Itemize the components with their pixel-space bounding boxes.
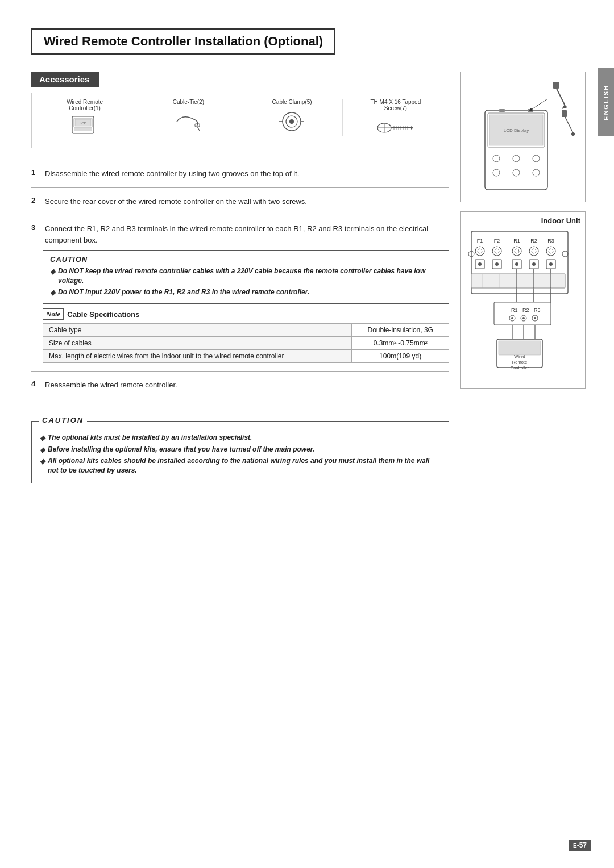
bottom-diamond-2: ◆ [40, 445, 45, 455]
svg-point-69 [549, 262, 553, 266]
step-2-text: Secure the rear cover of the wired remot… [45, 196, 307, 207]
accessory-label-3: Cable Clamp(5) [272, 99, 312, 105]
svg-point-34 [533, 169, 540, 176]
accessories-section: Accessories Wired RemoteController(1) [31, 72, 449, 148]
svg-rect-42 [562, 110, 567, 117]
accessory-label-2: Cable-Tie(2) [173, 99, 204, 105]
bottom-caution-text-3: All optional kits cables should be insta… [48, 456, 441, 475]
svg-text:R3: R3 [547, 238, 554, 244]
step-2-row: 2 Secure the rear cover of the wired rem… [31, 196, 449, 207]
step-1-num: 1 [31, 168, 40, 177]
svg-text:LCD: LCD [80, 122, 87, 125]
cable-maxlen-label: Max. length of electric wires from the i… [43, 350, 352, 363]
diagram-indoor-unit: Indoor Unit F1 F2 R1 R2 R3 [460, 211, 586, 389]
page-number: E-57 [569, 840, 591, 851]
svg-text:R1: R1 [511, 307, 518, 313]
svg-text:F1: F1 [477, 238, 483, 244]
svg-point-90 [534, 317, 536, 319]
note-title-text: Cable Specifications [67, 310, 139, 319]
table-row-2: Size of cables 0.3mm²~0.75mm² [43, 337, 449, 350]
cable-maxlen-value: 100m(109 yd) [352, 350, 449, 363]
cable-table: Cable type Double-insulation, 3G Size of… [43, 323, 449, 363]
svg-point-52 [492, 247, 501, 256]
accessory-remote-controller: Wired RemoteController(1) LCD [35, 99, 135, 142]
bottom-caution-item-1: ◆ The optional kits must be installed by… [40, 433, 441, 443]
svg-point-30 [513, 155, 520, 162]
svg-point-32 [493, 169, 500, 176]
caution-text-1: Do NOT keep the wired remote controller … [58, 266, 442, 286]
accessories-header: Accessories [31, 72, 99, 87]
svg-point-10 [289, 119, 294, 124]
svg-marker-24 [411, 126, 413, 130]
caution-text-2: Do NOT input 220V power to the R1, R2 an… [58, 287, 309, 298]
page-title: Wired Remote Controller Installation (Op… [44, 34, 323, 49]
accessory-icon-2 [171, 107, 205, 136]
accessory-icon-3 [276, 107, 308, 136]
svg-text:Wired: Wired [514, 354, 525, 359]
svg-point-58 [546, 247, 555, 256]
svg-point-65 [515, 262, 518, 266]
svg-text:LCD Display: LCD Display [503, 128, 528, 133]
svg-point-31 [533, 155, 540, 162]
svg-text:F2: F2 [494, 238, 500, 244]
accessory-icon-4 [376, 114, 416, 142]
caution-title-step3: CAUTION [50, 255, 442, 264]
step-4-num: 4 [31, 379, 40, 388]
svg-point-33 [513, 169, 520, 176]
main-content: Wired Remote Controller Installation (Op… [31, 23, 597, 483]
diagram-svg-2: F1 F2 R1 R2 R3 [466, 228, 576, 382]
step-3-section: 3 Connect the R1, R2 and R3 terminals in… [31, 215, 449, 371]
svg-rect-95 [499, 341, 541, 355]
caution-item-2: ◆ Do NOT input 220V power to the R1, R2 … [50, 287, 442, 298]
divider-bottom [31, 407, 449, 407]
svg-rect-35 [499, 109, 505, 112]
svg-line-43 [530, 99, 547, 110]
svg-line-40 [565, 116, 573, 133]
page-container: ENGLISH Wired Remote Controller Installa… [0, 0, 614, 868]
svg-point-86 [511, 317, 513, 319]
svg-marker-38 [562, 105, 567, 109]
right-column: LCD Display [460, 72, 586, 483]
accessory-cable-tie: Cable-Tie(2) [138, 99, 239, 136]
svg-point-57 [532, 249, 536, 253]
two-col-layout: Accessories Wired RemoteController(1) [31, 72, 586, 483]
bottom-caution-label: CAUTION [39, 416, 87, 424]
accessory-icon-1: LCD [69, 114, 101, 142]
bottom-caution-text-2: Before installing the optional kits, ens… [48, 445, 314, 455]
diagram-disassembly: LCD Display [460, 72, 586, 202]
side-tab: ENGLISH [598, 68, 614, 136]
table-row-1: Cable type Double-insulation, 3G [43, 324, 449, 337]
left-column: Accessories Wired RemoteController(1) [31, 72, 449, 483]
note-title-row: Note Cable Specifications [43, 308, 449, 320]
svg-text:Controller: Controller [511, 365, 529, 370]
svg-point-67 [532, 262, 536, 266]
indoor-unit-title: Indoor Unit [466, 216, 580, 225]
diamond-icon-1: ◆ [50, 267, 55, 286]
side-tab-label: ENGLISH [603, 85, 609, 120]
svg-rect-39 [553, 82, 559, 89]
accessory-label-4: TH M4 X 16 TappedScrew(7) [370, 99, 421, 111]
svg-point-29 [493, 155, 500, 162]
accessories-box: Wired RemoteController(1) LCD [31, 93, 449, 148]
step-2-section: 2 Secure the rear cover of the wired rem… [31, 187, 449, 215]
svg-point-63 [495, 262, 499, 266]
cable-size-value: 0.3mm²~0.75mm² [352, 337, 449, 350]
svg-point-59 [549, 249, 553, 253]
svg-point-51 [478, 249, 482, 253]
svg-text:R3: R3 [534, 307, 541, 313]
step-1-section: 1 Disassemble the wired remote controlle… [31, 160, 449, 187]
svg-point-54 [512, 247, 521, 256]
step-3-row: 3 Connect the R1, R2 and R3 terminals in… [31, 223, 449, 245]
step-1-text: Disassemble the wired remote controller … [45, 168, 299, 180]
step-2-num: 2 [31, 196, 40, 205]
svg-point-50 [475, 247, 484, 256]
svg-point-61 [478, 262, 482, 266]
svg-text:R1: R1 [513, 238, 520, 244]
svg-text:R2: R2 [522, 307, 529, 313]
caution-box-step3: CAUTION ◆ Do NOT keep the wired remote c… [43, 250, 449, 304]
bottom-diamond-3: ◆ [40, 457, 45, 475]
caution-item-1: ◆ Do NOT keep the wired remote controlle… [50, 266, 442, 286]
svg-text:R2: R2 [530, 238, 537, 244]
svg-text:Remote: Remote [512, 360, 527, 365]
svg-point-55 [515, 249, 519, 253]
